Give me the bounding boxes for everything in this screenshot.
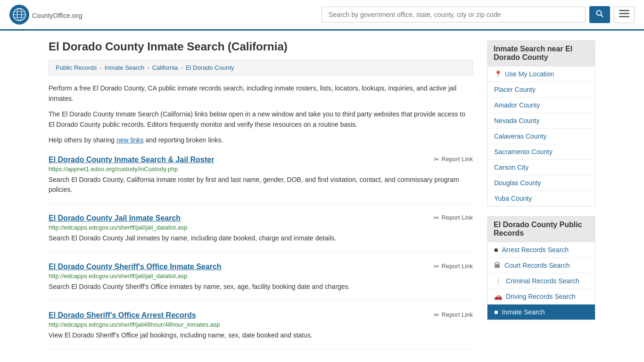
sidebar-records-list: ■Arrest Records Search🏛Court Records Sea… (487, 242, 595, 320)
result-description: Search El Dorado County, California inma… (49, 175, 473, 195)
sidebar-record-item[interactable]: 🚗Driving Records Search (487, 289, 595, 304)
sidebar-nearby-item[interactable]: Carson City (487, 160, 595, 175)
sidebar-nearby-item[interactable]: Yuba County (487, 191, 595, 206)
logo-icon (9, 5, 29, 25)
report-label: Report Link (442, 263, 473, 270)
result-item: El Dorado County Jail Inmate Search ✂ Re… (49, 214, 473, 252)
report-link[interactable]: ✂ Report Link (434, 156, 473, 163)
report-label: Report Link (442, 311, 473, 318)
use-location-link[interactable]: Use My Location (505, 70, 554, 78)
sidebar-nearby-item[interactable]: Sacramento County (487, 144, 595, 160)
result-header: El Dorado County Sheriff's Office Inmate… (49, 263, 473, 271)
result-title[interactable]: El Dorado Sheriff's Office Arrest Record… (49, 311, 196, 320)
sidebar-use-location[interactable]: 📍 Use My Location (487, 66, 595, 82)
result-url: http://edcapps.edcgov.us/sheriff/jail48h… (49, 321, 473, 328)
svg-rect-8 (619, 13, 629, 14)
result-item: El Dorado Sheriff's Office Arrest Record… (49, 311, 473, 349)
report-link[interactable]: ✂ Report Link (434, 214, 473, 222)
result-description: Search El Dorado County Sheriff's Office… (49, 282, 473, 292)
report-label: Report Link (442, 156, 473, 163)
report-link[interactable]: ✂ Report Link (434, 311, 473, 319)
svg-line-6 (601, 15, 603, 17)
sidebar-record-item[interactable]: ■Inmate Search (487, 304, 595, 320)
record-link[interactable]: Inmate Search (502, 308, 545, 316)
sidebar-nearby-link[interactable]: Amador County (494, 101, 540, 109)
record-icon: ■ (494, 308, 498, 316)
results-container: El Dorado County Inmate Search & Jail Ro… (49, 156, 473, 349)
result-item: El Dorado County Sheriff's Office Inmate… (49, 263, 473, 301)
search-button[interactable] (589, 6, 610, 23)
main-container: El Dorado County Inmate Search (Californ… (39, 31, 605, 359)
sidebar-record-item[interactable]: ❕Criminal Records Search (487, 273, 595, 289)
search-area (322, 6, 635, 23)
sidebar-record-item[interactable]: 🏛Court Records Search (487, 258, 595, 273)
svg-rect-9 (619, 16, 629, 17)
sidebar-nearby-link[interactable]: Douglas County (494, 179, 541, 187)
logo-area: CountyOffice.org (9, 5, 83, 25)
search-input[interactable] (322, 7, 586, 23)
description-2: The El Dorado County Inmate Search (Cali… (49, 109, 473, 130)
menu-button[interactable] (614, 7, 635, 23)
sidebar-nearby-section: Inmate Search near El Dorado County 📍 Us… (487, 40, 595, 206)
result-description: View El Dorado Sheriff's Office jail boo… (49, 330, 473, 340)
report-icon: ✂ (434, 311, 439, 319)
result-url: http://edcapps.edcgov.us/sheriff/jail/ja… (49, 224, 473, 231)
sidebar-nearby-link[interactable]: Carson City (494, 164, 528, 171)
new-links-link[interactable]: new links (116, 136, 144, 144)
breadcrumb-inmate-search[interactable]: Inmate Search (105, 64, 145, 71)
sidebar: Inmate Search near El Dorado County 📍 Us… (487, 40, 595, 349)
record-link[interactable]: Driving Records Search (506, 293, 576, 300)
sidebar-nearby-link[interactable]: Sacramento County (494, 148, 553, 156)
location-pin-icon: 📍 (494, 70, 502, 78)
sidebar-nearby-item[interactable]: Douglas County (487, 175, 595, 191)
content-area: El Dorado County Inmate Search (Californ… (49, 40, 473, 349)
record-icon: ❕ (494, 277, 502, 285)
result-url: https://appnet1.edso.org/custody/inCusto… (49, 165, 473, 173)
result-url: http://edcapps.edcgov.us/sheriff/jail/ja… (49, 272, 473, 280)
sidebar-nearby-list: 📍 Use My Location Placer CountyAmador Co… (487, 66, 595, 206)
sidebar-nearby-item[interactable]: Placer County (487, 82, 595, 98)
sidebar-records-section: El Dorado County Public Records ■Arrest … (487, 216, 595, 320)
record-link[interactable]: Court Records Search (504, 262, 570, 269)
sidebar-nearby-link[interactable]: Placer County (494, 86, 536, 93)
record-icon: 🚗 (494, 293, 502, 300)
report-label: Report Link (442, 214, 473, 221)
sidebar-nearby-item[interactable]: Amador County (487, 98, 595, 113)
svg-rect-7 (619, 10, 629, 11)
result-description: Search El Dorado County Jail inmates by … (49, 233, 473, 243)
description-3: Help others by sharing new links and rep… (49, 135, 473, 145)
sidebar-nearby-item[interactable]: Calaveras County (487, 129, 595, 144)
report-icon: ✂ (434, 263, 439, 270)
breadcrumb-california[interactable]: California (152, 64, 178, 71)
result-item: El Dorado County Inmate Search & Jail Ro… (49, 156, 473, 204)
svg-point-5 (597, 11, 602, 16)
site-header: CountyOffice.org (0, 0, 644, 31)
sidebar-nearby-link[interactable]: Nevada County (494, 117, 540, 124)
description-1: Perform a free El Dorado County, CA publ… (49, 83, 473, 104)
breadcrumb-el-dorado[interactable]: El Dorado County (186, 64, 234, 71)
result-header: El Dorado County Jail Inmate Search ✂ Re… (49, 214, 473, 222)
result-title[interactable]: El Dorado County Sheriff's Office Inmate… (49, 263, 222, 271)
sidebar-nearby-link[interactable]: Calaveras County (494, 132, 546, 140)
record-link[interactable]: Criminal Records Search (506, 277, 579, 285)
result-header: El Dorado County Inmate Search & Jail Ro… (49, 156, 473, 164)
report-icon: ✂ (434, 214, 439, 222)
sidebar-nearby-link[interactable]: Yuba County (494, 195, 532, 202)
sidebar-records-header: El Dorado County Public Records (487, 216, 595, 242)
logo-text: CountyOffice.org (32, 9, 83, 20)
breadcrumb: Public Records › Inmate Search › Califor… (49, 60, 473, 75)
sidebar-record-item[interactable]: ■Arrest Records Search (487, 242, 595, 258)
result-header: El Dorado Sheriff's Office Arrest Record… (49, 311, 473, 320)
result-title[interactable]: El Dorado County Inmate Search & Jail Ro… (49, 156, 214, 164)
record-icon: 🏛 (494, 262, 501, 269)
record-icon: ■ (494, 246, 498, 254)
record-link[interactable]: Arrest Records Search (502, 246, 569, 254)
breadcrumb-public-records[interactable]: Public Records (56, 64, 97, 71)
sidebar-nearby-item[interactable]: Nevada County (487, 113, 595, 129)
report-link[interactable]: ✂ Report Link (434, 263, 473, 270)
sidebar-nearby-header: Inmate Search near El Dorado County (487, 40, 595, 66)
report-icon: ✂ (434, 156, 439, 163)
page-title: El Dorado County Inmate Search (Californ… (49, 40, 473, 53)
result-title[interactable]: El Dorado County Jail Inmate Search (49, 214, 181, 222)
